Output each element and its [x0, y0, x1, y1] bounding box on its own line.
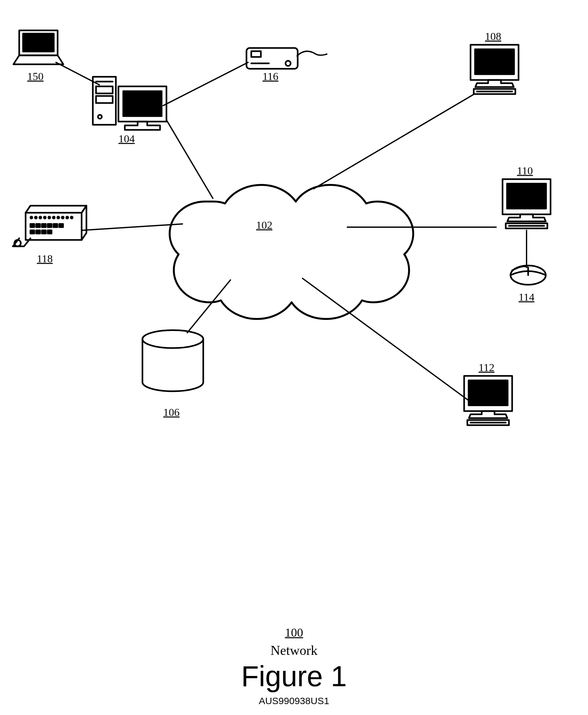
ref-client-top: 108: [485, 30, 501, 43]
svg-rect-24: [507, 183, 546, 209]
ref-client-right: 110: [517, 165, 533, 177]
svg-point-40: [57, 217, 59, 218]
svg-rect-44: [30, 224, 34, 227]
svg-rect-20: [475, 49, 514, 74]
svg-rect-51: [36, 230, 40, 234]
client-monitor-icon: [503, 179, 550, 229]
svg-point-32: [143, 330, 203, 348]
svg-point-36: [39, 217, 41, 218]
database-icon: [143, 330, 203, 391]
figure-svg: [0, 0, 588, 715]
svg-rect-50: [30, 230, 34, 234]
ref-database: 106: [163, 406, 180, 418]
ref-cloud: 102: [256, 219, 272, 231]
svg-rect-28: [469, 381, 508, 405]
svg-rect-16: [251, 51, 261, 57]
svg-rect-48: [54, 224, 57, 227]
caption-ref: 100: [0, 625, 588, 640]
projector-icon: [247, 48, 298, 69]
svg-line-0: [166, 120, 213, 198]
svg-rect-47: [48, 224, 51, 227]
svg-point-42: [66, 217, 68, 218]
svg-rect-46: [42, 224, 46, 227]
svg-point-38: [48, 217, 50, 218]
svg-rect-13: [123, 91, 162, 116]
svg-point-11: [98, 115, 102, 119]
client-monitor-icon: [464, 376, 512, 425]
svg-point-37: [44, 217, 46, 218]
svg-point-34: [30, 217, 32, 218]
svg-point-35: [35, 217, 37, 218]
svg-rect-15: [23, 34, 54, 51]
patent-figure-page: 150 104 116 108 110 114 112 106 118 102 …: [0, 0, 588, 715]
caption-word: Network: [0, 643, 588, 658]
caption-figure: Figure 1: [0, 660, 588, 693]
cloud-icon: [170, 185, 413, 319]
svg-line-5: [82, 224, 183, 230]
figure-caption: 100 Network Figure 1 AUS990938US1: [0, 625, 588, 706]
svg-point-18: [286, 61, 291, 66]
server-workstation-icon: [93, 77, 166, 130]
svg-line-4: [187, 280, 230, 333]
ref-printer: 118: [37, 253, 53, 265]
svg-rect-9: [96, 86, 113, 93]
mouse-icon: [510, 265, 546, 285]
svg-line-1: [314, 94, 474, 189]
svg-rect-53: [48, 230, 51, 234]
ref-mouse: 114: [519, 291, 534, 303]
svg-line-3: [302, 278, 472, 403]
svg-rect-49: [59, 224, 63, 227]
svg-line-6: [163, 62, 248, 106]
ref-client-bottom: 112: [479, 362, 495, 374]
client-monitor-icon: [470, 45, 519, 94]
caption-code: AUS990938US1: [0, 695, 588, 706]
svg-point-41: [62, 217, 64, 218]
ref-laptop: 150: [27, 70, 44, 83]
svg-rect-45: [36, 224, 40, 227]
printer-icon: [13, 206, 86, 246]
svg-point-43: [71, 217, 73, 218]
svg-rect-10: [96, 96, 113, 103]
laptop-icon: [14, 30, 63, 64]
ref-projector: 116: [262, 70, 278, 83]
svg-rect-52: [42, 230, 46, 234]
ref-server: 104: [119, 133, 135, 145]
svg-point-39: [53, 217, 55, 218]
